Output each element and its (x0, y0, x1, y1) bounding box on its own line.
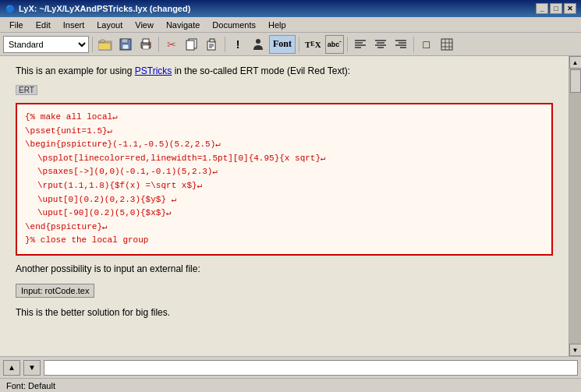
svg-rect-10 (143, 45, 149, 49)
code-line-9: \end{pspicture}↵ (25, 221, 544, 235)
code-line-1: {% make all local↵ (25, 111, 544, 125)
align-left-btn[interactable] (351, 35, 370, 54)
menu-edit[interactable]: Edit (30, 19, 57, 31)
code-line-2: \psset{unit=1.5}↵ (25, 125, 544, 139)
save-btn[interactable] (116, 35, 135, 54)
svg-point-11 (148, 44, 150, 45)
menu-insert[interactable]: Insert (57, 19, 91, 31)
main-area: This is an example for using PSTricks in… (0, 56, 581, 356)
svg-point-19 (256, 39, 260, 44)
sep1 (92, 37, 93, 52)
svg-rect-9 (143, 39, 149, 43)
menu-bar: File Edit Insert Layout View Navigate Do… (0, 17, 581, 33)
status-text: Font: Default (6, 381, 55, 390)
window-title: LyX: ~/LyX/LyXAndPSTricks.lyx (changed) (19, 4, 190, 13)
bottom-toolbar: ▲ ▼ (0, 356, 581, 378)
menu-view[interactable]: View (129, 19, 160, 31)
ert-code-block[interactable]: {% make all local↵ \psset{unit=1.5}↵ \be… (16, 103, 553, 256)
intro-text: This is an example for using PSTricks in… (16, 64, 553, 78)
status-bar: Font: Default (0, 378, 581, 392)
title-bar: 🔵 LyX: ~/LyX/LyXAndPSTricks.lyx (changed… (0, 0, 581, 17)
ert-label: ERT (16, 85, 37, 95)
sep5 (347, 37, 348, 52)
scrollbar[interactable]: ▲ ▼ (569, 56, 581, 356)
after-text-2: This is the better solution for big file… (16, 305, 553, 320)
sep2 (158, 37, 159, 52)
sep3 (225, 37, 225, 52)
align-center-btn[interactable] (371, 35, 390, 54)
sep6 (413, 37, 414, 52)
code-line-4: \psplot[linecolor=red,linewidth=1.5pt][0… (25, 152, 544, 166)
code-line-3: \begin{pspicture}(-1.1,-0.5)(5.2,2.5)↵ (25, 138, 544, 152)
content-area: This is an example for using PSTricks in… (0, 56, 569, 356)
maximize-button[interactable]: □ (550, 3, 562, 14)
pstricks-link[interactable]: PSTricks (135, 65, 172, 76)
open-folder-btn[interactable] (96, 35, 115, 54)
cut-btn[interactable]: ✂ (162, 35, 181, 54)
toolbar: Standard ✂ (0, 33, 581, 56)
svg-rect-15 (210, 39, 214, 42)
print-btn[interactable] (136, 35, 155, 54)
nav-up-btn[interactable]: ▲ (3, 360, 20, 376)
minimize-button[interactable]: _ (536, 3, 548, 14)
nav-down-btn[interactable]: ▼ (23, 360, 41, 376)
scroll-down-btn[interactable]: ▼ (569, 344, 582, 356)
app-icon: 🔵 (5, 3, 16, 14)
sep4 (299, 37, 299, 52)
menu-layout[interactable]: Layout (90, 19, 129, 31)
svg-rect-6 (122, 44, 129, 49)
svg-rect-5 (122, 39, 128, 43)
exclaim-btn[interactable]: ! (229, 35, 247, 54)
tex-btn[interactable]: TEX (303, 35, 324, 54)
menu-help[interactable]: Help (262, 19, 292, 31)
menu-file[interactable]: File (3, 19, 30, 31)
scroll-thumb[interactable] (570, 69, 581, 93)
style-select[interactable]: Standard (3, 36, 89, 53)
grid-btn[interactable] (438, 35, 456, 54)
svg-rect-32 (441, 39, 452, 50)
scroll-track[interactable] (569, 69, 582, 344)
copy-btn[interactable] (182, 35, 201, 54)
menu-documents[interactable]: Documents (206, 19, 262, 31)
scroll-up-btn[interactable]: ▲ (569, 56, 582, 69)
bottom-input[interactable] (44, 360, 578, 376)
paste-btn[interactable] (203, 35, 221, 54)
font-btn[interactable]: Font (269, 35, 296, 54)
svg-rect-13 (186, 41, 194, 50)
svg-rect-2 (98, 43, 111, 50)
input-file-button[interactable]: Input: rotCode.tex (16, 284, 94, 298)
code-line-10: }% close the local group (25, 234, 544, 248)
code-line-8: \uput[-90](0.2)(5,0){$x$}↵ (25, 207, 544, 221)
svg-rect-7 (127, 40, 129, 42)
code-line-5: \psaxes[->](0,0)(-0.1,-0.1)(5,2.3)↵ (25, 165, 544, 179)
code-line-7: \uput[0](0.2)(0,2.3){$y$} ↵ (25, 193, 544, 207)
close-button[interactable]: ✕ (564, 3, 576, 14)
align-right-btn[interactable] (391, 35, 410, 54)
code-line-6: \rput(1.1,1.8){$f(x) =\sqrt x$}↵ (25, 179, 544, 193)
svg-rect-3 (101, 40, 105, 42)
after-text-1: Another possibility is to input an exter… (16, 262, 553, 276)
menu-navigate[interactable]: Navigate (160, 19, 206, 31)
abc-btn[interactable]: abc‾ (325, 35, 344, 54)
square-btn[interactable]: □ (417, 35, 436, 54)
person-btn[interactable] (249, 35, 267, 54)
